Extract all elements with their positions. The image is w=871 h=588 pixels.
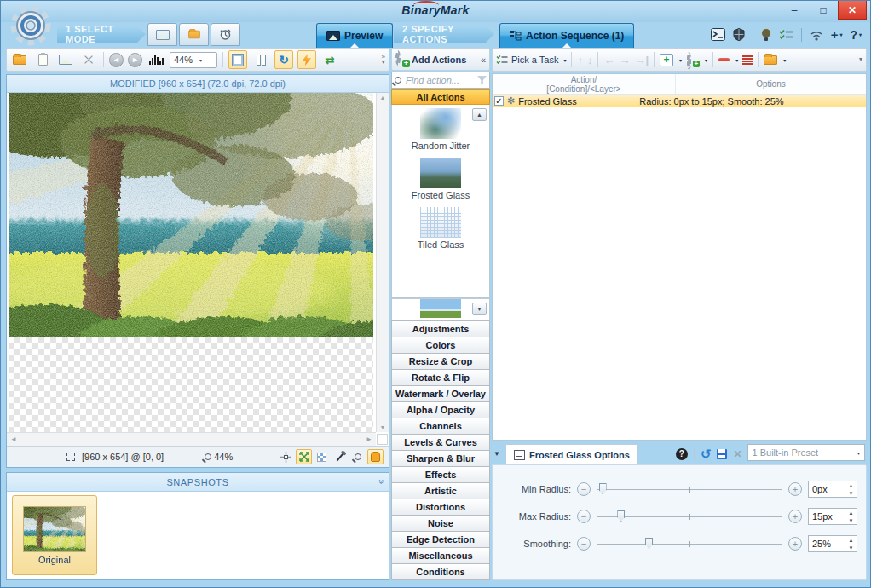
transparency-grid-button[interactable] bbox=[314, 449, 330, 464]
pan-position-button[interactable] bbox=[278, 449, 294, 464]
forward-button[interactable]: ► bbox=[128, 53, 142, 67]
add-menu-button[interactable]: +▾ bbox=[831, 27, 843, 42]
add-action-menu[interactable]: ▾ bbox=[679, 57, 682, 63]
tab-manual-mode[interactable] bbox=[147, 23, 177, 46]
action-label[interactable]: Tiled Glass bbox=[418, 239, 464, 250]
toolbar-overflow-button[interactable]: »▾ bbox=[382, 55, 385, 65]
category-levels-curves[interactable]: Levels & Curves bbox=[391, 434, 490, 451]
terminal-icon[interactable] bbox=[711, 28, 725, 41]
indent-end-button[interactable]: →| bbox=[634, 55, 649, 66]
action-label[interactable]: Random Jitter bbox=[412, 141, 470, 151]
category-miscellaneous[interactable]: Miscellaneous bbox=[391, 547, 490, 564]
spin-up-icon[interactable]: ▲ bbox=[845, 536, 857, 544]
action-label[interactable]: Frosted Glass bbox=[412, 190, 470, 200]
category-watermark-overlay[interactable]: Watermark / Overlay bbox=[391, 385, 490, 402]
move-down-button[interactable]: ↓ bbox=[587, 55, 593, 66]
smoothing-spinbox[interactable]: 25% ▲▼ bbox=[808, 535, 857, 552]
all-actions-header[interactable]: All Actions bbox=[391, 89, 490, 105]
load-sequence-button[interactable] bbox=[764, 55, 777, 65]
table-row-frosted-glass[interactable]: ✓ ✻ Frosted Glass Radius: 0px to 15px; S… bbox=[493, 95, 866, 107]
decrement-button[interactable]: − bbox=[577, 510, 591, 523]
snapshots-header[interactable]: SNAPSHOTS » bbox=[7, 473, 389, 492]
category-alpha-opacity[interactable]: Alpha / Opacity bbox=[391, 401, 490, 418]
slider-thumb[interactable] bbox=[617, 510, 625, 522]
max-radius-spinbox[interactable]: 15px ▲▼ bbox=[808, 508, 857, 525]
histogram-button[interactable] bbox=[147, 50, 165, 69]
spin-down-icon[interactable]: ▼ bbox=[845, 516, 857, 524]
add-group-button[interactable]: + bbox=[687, 54, 699, 66]
snapshot-item-original[interactable]: Original bbox=[12, 495, 97, 575]
category-channels[interactable]: Channels bbox=[391, 418, 490, 435]
single-view-button[interactable] bbox=[228, 50, 247, 69]
clear-all-button[interactable] bbox=[742, 55, 753, 65]
tab-preview[interactable]: Preview bbox=[316, 23, 393, 48]
modified-image[interactable] bbox=[9, 93, 373, 337]
paste-button[interactable] bbox=[33, 50, 52, 69]
increment-button[interactable]: + bbox=[788, 510, 802, 523]
category-distortions[interactable]: Distortions bbox=[391, 499, 490, 516]
category-sharpen-blur[interactable]: Sharpen & Blur bbox=[391, 450, 490, 467]
category-artistic[interactable]: Artistic bbox=[391, 482, 490, 499]
category-effects[interactable]: Effects bbox=[391, 466, 490, 483]
auto-preview-button[interactable] bbox=[297, 50, 316, 69]
smoothing-slider[interactable] bbox=[597, 538, 782, 550]
preview-canvas[interactable]: ▲ ▼ ◄ ► bbox=[7, 93, 389, 446]
collapse-panel-icon[interactable]: « bbox=[481, 55, 486, 65]
back-button[interactable]: ◄ bbox=[109, 53, 124, 67]
spin-up-icon[interactable]: ▲ bbox=[845, 481, 857, 489]
indent-button[interactable]: → bbox=[619, 55, 630, 66]
remove-action-button[interactable] bbox=[718, 58, 730, 61]
zoom-tool-button[interactable] bbox=[349, 449, 366, 464]
add-action-button[interactable]: + bbox=[660, 54, 673, 66]
close-button[interactable]: ✕ bbox=[838, 1, 867, 20]
load-sequence-menu[interactable]: ▾ bbox=[783, 57, 786, 63]
reset-button[interactable]: ↺ bbox=[701, 447, 712, 460]
action-thumb-frosted-glass[interactable] bbox=[420, 158, 461, 188]
minimize-button[interactable]: – bbox=[780, 1, 809, 20]
decrement-button[interactable]: − bbox=[577, 537, 591, 551]
spin-down-icon[interactable]: ▼ bbox=[845, 489, 857, 497]
category-noise[interactable]: Noise bbox=[391, 515, 490, 532]
category-adjustments[interactable]: Adjustments bbox=[391, 320, 490, 337]
dual-view-button[interactable] bbox=[251, 50, 270, 69]
horizontal-scrollbar[interactable]: ◄ ► bbox=[7, 432, 376, 446]
action-thumb-next[interactable] bbox=[420, 299, 461, 318]
search-filter-icon[interactable] bbox=[477, 76, 487, 84]
tab-scheduled[interactable] bbox=[211, 23, 240, 46]
hand-tool-button[interactable] bbox=[367, 449, 384, 464]
action-list-partial-item[interactable]: ▼ bbox=[391, 298, 490, 320]
search-input[interactable] bbox=[404, 74, 475, 86]
action-thumb-random-jitter[interactable] bbox=[420, 108, 461, 139]
vertical-scrollbar[interactable]: ▲ ▼ bbox=[376, 93, 389, 432]
spin-up-icon[interactable]: ▲ bbox=[845, 509, 857, 516]
compare-button[interactable]: ⇄ bbox=[320, 50, 339, 69]
add-group-menu[interactable]: ▾ bbox=[705, 57, 707, 63]
toolbar-overflow-button[interactable]: ▾ bbox=[859, 57, 862, 62]
maximize-button[interactable]: □ bbox=[809, 1, 838, 20]
action-thumb-tiled-glass[interactable] bbox=[420, 207, 461, 238]
eyedropper-button[interactable] bbox=[332, 449, 348, 464]
tab-monitor-folders[interactable] bbox=[179, 23, 209, 46]
remove-menu[interactable]: ▾ bbox=[735, 57, 738, 63]
increment-button[interactable]: + bbox=[788, 537, 802, 551]
spin-down-icon[interactable]: ▼ bbox=[845, 544, 857, 551]
wifi-signal-icon[interactable] bbox=[810, 29, 823, 41]
collapse-snapshots-icon[interactable]: » bbox=[376, 479, 385, 484]
auto-refresh-button[interactable]: ↻ bbox=[274, 50, 293, 69]
category-rotate-flip[interactable]: Rotate & Flip bbox=[391, 369, 490, 386]
pick-task-button[interactable]: Pick a Task ▾ bbox=[496, 55, 566, 65]
slider-thumb[interactable] bbox=[645, 538, 653, 549]
image-source-button[interactable] bbox=[56, 50, 75, 69]
decrement-button[interactable]: − bbox=[577, 482, 591, 496]
move-up-button[interactable]: ↑ bbox=[577, 55, 583, 66]
open-button[interactable] bbox=[10, 50, 29, 69]
category-colors[interactable]: Colors bbox=[391, 337, 490, 354]
slider-thumb[interactable] bbox=[599, 483, 607, 494]
scroll-up-button[interactable]: ▲ bbox=[472, 108, 487, 121]
preset-select[interactable]: 1 Built-in Preset ▾ bbox=[747, 444, 865, 461]
lightbulb-icon[interactable] bbox=[761, 28, 771, 42]
scroll-down-button[interactable]: ▼ bbox=[472, 303, 487, 315]
category-conditions[interactable]: Conditions bbox=[391, 563, 490, 580]
min-radius-slider[interactable] bbox=[597, 483, 782, 495]
zoom-select[interactable]: 44% ▾ bbox=[170, 52, 217, 68]
